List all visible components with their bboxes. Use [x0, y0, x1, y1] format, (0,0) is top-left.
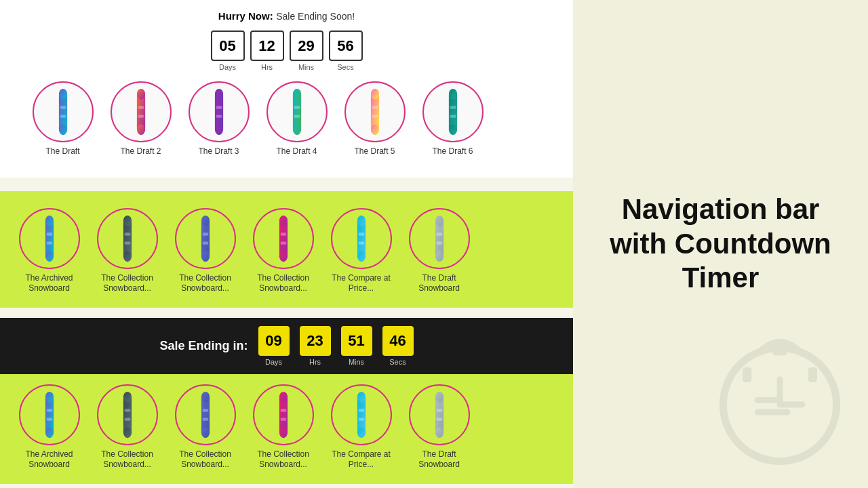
svg-point-56 [435, 215, 443, 226]
svg-point-47 [279, 251, 287, 262]
s3-mins-box: 51 Mins [341, 326, 372, 366]
svg-rect-39 [124, 241, 130, 244]
svg-rect-84 [358, 418, 364, 420]
product-item[interactable]: The Draft Snowboard [403, 384, 475, 470]
svg-point-87 [435, 427, 443, 438]
product-circle [331, 208, 392, 269]
product-circle [253, 384, 314, 445]
svg-point-52 [357, 251, 365, 262]
svg-point-62 [45, 427, 53, 438]
product-circle [422, 81, 484, 142]
svg-rect-83 [358, 409, 364, 411]
product-name: The Archived Snowboard [14, 449, 85, 470]
svg-point-2 [58, 124, 66, 135]
s3-mins-label: Mins [349, 358, 364, 366]
secs-box: 56 Secs [329, 30, 363, 71]
svg-point-71 [201, 392, 209, 403]
product-item[interactable]: The Draft 6 [417, 81, 488, 157]
s3-hrs-label: Hrs [309, 358, 321, 366]
product-name: The Draft 5 [354, 146, 395, 157]
svg-rect-18 [294, 106, 300, 108]
product-name: The Archived Snowboard [14, 273, 85, 294]
product-item[interactable]: The Compare at Price... [326, 384, 397, 470]
svg-rect-23 [372, 106, 378, 108]
section-3: Sale Ending in: 09 Days 23 Hrs 51 Mins 4… [0, 318, 573, 484]
product-item[interactable]: The Draft 3 [183, 81, 254, 157]
svg-point-61 [45, 392, 53, 403]
svg-point-76 [279, 392, 287, 403]
products-row-3: The Archived Snowboard The Collection Sn… [14, 381, 559, 474]
svg-point-41 [201, 215, 209, 226]
product-circle [409, 208, 470, 269]
svg-point-72 [201, 427, 209, 438]
svg-rect-13 [216, 106, 222, 108]
timer-icon [705, 323, 854, 474]
product-item[interactable]: The Archived Snowboard [14, 384, 85, 470]
product-name: The Draft 6 [432, 146, 473, 157]
product-item[interactable]: The Draft 2 [105, 81, 176, 157]
product-name: The Collection Snowboard... [248, 449, 319, 470]
days-digit: 05 [211, 30, 245, 61]
svg-rect-96 [743, 367, 751, 382]
svg-point-1 [58, 89, 66, 100]
s3-secs-box: 46 Secs [382, 326, 414, 366]
product-item[interactable]: The Draft 4 [261, 81, 332, 157]
countdown-header: Hurry Now: Sale Ending Soon! [14, 10, 559, 22]
product-name: The Collection Snowboard... [170, 273, 241, 294]
svg-rect-58 [436, 232, 442, 235]
product-circle [344, 81, 406, 142]
svg-rect-68 [124, 409, 130, 411]
svg-point-6 [136, 89, 144, 100]
mins-box: 29 Mins [290, 30, 323, 71]
svg-point-32 [45, 251, 53, 262]
product-name: The Compare at Price... [326, 273, 397, 294]
product-name: The Collection Snowboard... [170, 449, 241, 470]
product-item[interactable]: The Compare at Price... [326, 208, 397, 294]
svg-rect-8 [138, 106, 144, 108]
product-circle [97, 384, 158, 445]
hrs-label: Hrs [261, 63, 273, 71]
svg-point-21 [370, 89, 378, 100]
product-name: The Draft Snowboard [403, 449, 475, 470]
s3-days-digit: 09 [258, 326, 290, 356]
product-item[interactable]: The Collection Snowboard... [170, 208, 241, 294]
product-circle [175, 208, 236, 269]
svg-rect-69 [124, 418, 130, 420]
s3-secs-label: Secs [389, 358, 406, 366]
svg-rect-14 [216, 115, 222, 117]
product-item[interactable]: The Collection Snowboard... [248, 208, 319, 294]
product-circle [175, 384, 236, 445]
product-item[interactable]: The Archived Snowboard [14, 208, 85, 294]
left-panel: Hurry Now: Sale Ending Soon! 05 Days 12 … [0, 0, 573, 488]
svg-rect-73 [202, 409, 208, 411]
svg-point-42 [201, 251, 209, 262]
svg-point-27 [448, 124, 456, 135]
product-item[interactable]: The Collection Snowboard... [92, 384, 163, 470]
svg-rect-38 [124, 232, 130, 235]
svg-point-7 [136, 124, 144, 135]
hrs-digit: 12 [250, 30, 284, 61]
svg-rect-33 [46, 232, 52, 235]
product-item[interactable]: The Draft Snowboard [403, 208, 475, 294]
mins-label: Mins [298, 63, 314, 71]
s3-hrs-digit: 23 [300, 326, 331, 356]
product-item[interactable]: The Collection Snowboard... [248, 384, 319, 470]
product-item[interactable]: The Draft [27, 81, 98, 157]
svg-point-22 [370, 124, 378, 135]
product-circle [33, 81, 94, 142]
product-circle [19, 384, 80, 445]
days-box: 05 Days [211, 30, 245, 71]
product-item[interactable]: The Draft 5 [339, 81, 410, 157]
svg-rect-89 [436, 418, 442, 420]
svg-point-81 [357, 392, 365, 403]
product-circle [97, 208, 158, 269]
product-item[interactable]: The Collection Snowboard... [92, 208, 163, 294]
product-name: The Draft [45, 146, 79, 157]
product-name: The Collection Snowboard... [92, 449, 163, 470]
svg-point-17 [292, 124, 300, 135]
svg-point-26 [448, 89, 456, 100]
product-name: The Compare at Price... [326, 449, 397, 470]
svg-rect-88 [436, 409, 442, 411]
hurry-label: Hurry Now: [218, 10, 273, 22]
product-item[interactable]: The Collection Snowboard... [170, 384, 241, 470]
